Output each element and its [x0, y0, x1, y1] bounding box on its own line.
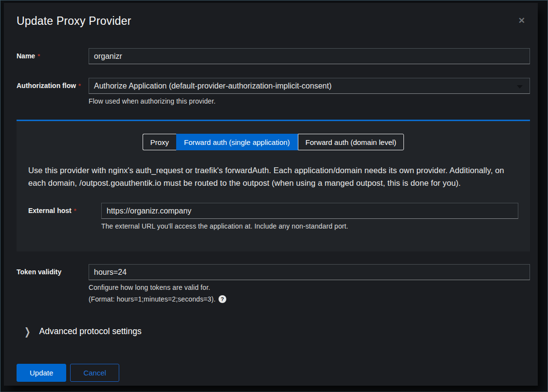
cancel-button[interactable]: Cancel	[70, 364, 119, 382]
advanced-settings-label: Advanced protocol settings	[39, 326, 142, 337]
authorization-flow-required-asterisk: *	[78, 82, 81, 89]
token-validity-label: Token validity	[17, 264, 89, 303]
token-validity-format-text: (Format: hours=1;minutes=2;seconds=3).	[89, 295, 216, 303]
close-icon[interactable]: ✕	[515, 15, 528, 27]
modal-title: Update Proxy Provider	[17, 15, 131, 28]
external-host-row: External host* The external URL you'll a…	[28, 203, 518, 230]
update-button[interactable]: Update	[17, 364, 66, 382]
name-field-label: Name*	[17, 48, 89, 64]
provider-mode-description: Use this provider with nginx's auth_requ…	[28, 164, 518, 189]
authorization-flow-selected-value: Authorize Application (default-provider-…	[94, 82, 331, 90]
mode-tab-forward-auth-domain[interactable]: Forward auth (domain level)	[298, 134, 404, 150]
external-host-required-asterisk: *	[74, 207, 76, 214]
authorization-flow-row: Authorization flow* Authorize Applicatio…	[17, 78, 530, 105]
name-row: Name*	[17, 48, 530, 64]
help-question-icon[interactable]: ?	[219, 295, 226, 303]
screenshot-frame: Update Proxy Provider ✕ Name* Authorizat…	[0, 0, 548, 392]
advanced-settings-toggle[interactable]: ❯ Advanced protocol settings	[17, 326, 142, 337]
authorization-flow-select[interactable]: Authorize Application (default-provider-…	[89, 78, 530, 94]
modal-header: Update Proxy Provider ✕	[17, 15, 530, 28]
external-host-label-text: External host	[28, 207, 72, 214]
token-validity-help-1: Configure how long tokens are valid for.	[89, 284, 530, 291]
authorization-flow-help: Flow used when authorizing this provider…	[89, 97, 530, 105]
mode-tab-forward-auth-single[interactable]: Forward auth (single application)	[176, 134, 298, 150]
update-proxy-provider-modal: Update Proxy Provider ✕ Name* Authorizat…	[4, 3, 538, 386]
token-validity-input[interactable]	[89, 264, 530, 280]
name-input[interactable]	[89, 48, 530, 64]
authorization-flow-label-text: Authorization flow	[17, 82, 76, 89]
proxy-mode-card: Proxy Forward auth (single application) …	[17, 120, 530, 251]
chevron-down-icon	[517, 85, 523, 89]
external-host-input[interactable]	[101, 203, 518, 219]
modal-footer: Update Cancel	[17, 364, 530, 382]
token-validity-label-text: Token validity	[17, 268, 61, 276]
token-validity-help-2: (Format: hours=1;minutes=2;seconds=3). ?	[89, 295, 530, 303]
external-host-help: The external URL you'll access the appli…	[101, 222, 518, 230]
mode-tab-proxy[interactable]: Proxy	[143, 134, 176, 150]
provider-form: Name* Authorization flow* Authorize Appl…	[17, 48, 530, 382]
external-host-label: External host*	[28, 203, 101, 230]
chevron-right-icon: ❯	[24, 326, 31, 337]
authorization-flow-label: Authorization flow*	[17, 78, 89, 105]
proxy-mode-tab-group: Proxy Forward auth (single application) …	[28, 134, 518, 150]
name-label-text: Name	[17, 52, 35, 60]
token-validity-row: Token validity Configure how long tokens…	[17, 264, 530, 303]
name-required-asterisk: *	[37, 53, 40, 60]
